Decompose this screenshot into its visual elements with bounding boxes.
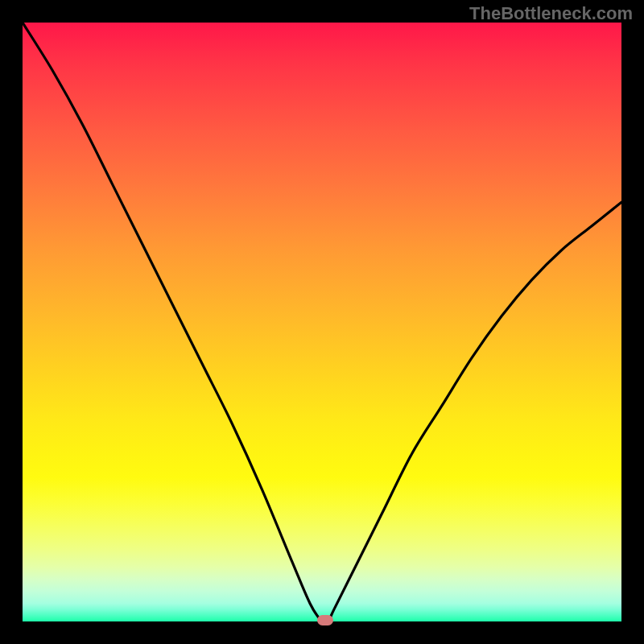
watermark-text: TheBottleneck.com: [469, 3, 633, 24]
bottleneck-curve: [23, 23, 621, 621]
chart-frame: TheBottleneck.com: [0, 0, 644, 644]
plot-area: [23, 23, 621, 621]
optimal-marker: [317, 615, 333, 625]
